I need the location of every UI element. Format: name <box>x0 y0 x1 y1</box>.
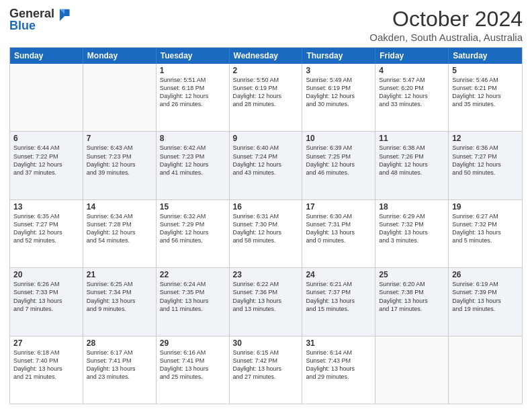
day-info: Sunrise: 6:29 AM Sunset: 7:32 PM Dayligh… <box>379 212 445 245</box>
day-info: Sunrise: 6:18 AM Sunset: 7:40 PM Dayligh… <box>13 349 79 381</box>
day-number: 28 <box>87 338 152 348</box>
day-cell-27: 27Sunrise: 6:18 AM Sunset: 7:40 PM Dayli… <box>10 336 83 404</box>
day-cell-16: 16Sunrise: 6:31 AM Sunset: 7:30 PM Dayli… <box>230 200 303 267</box>
day-info: Sunrise: 5:46 AM Sunset: 6:21 PM Dayligh… <box>452 76 519 109</box>
month-title: October 2024 <box>369 7 523 32</box>
day-info: Sunrise: 6:21 AM Sunset: 7:37 PM Dayligh… <box>306 280 371 313</box>
day-info: Sunrise: 6:17 AM Sunset: 7:41 PM Dayligh… <box>87 349 152 381</box>
day-number: 14 <box>87 202 152 212</box>
day-number: 4 <box>379 66 445 75</box>
day-number: 30 <box>233 338 299 348</box>
empty-cell <box>375 336 449 404</box>
day-number: 24 <box>306 270 371 279</box>
day-header-thursday: Thursday <box>302 48 375 64</box>
day-cell-13: 13Sunrise: 6:35 AM Sunset: 7:27 PM Dayli… <box>10 200 83 267</box>
day-cell-21: 21Sunrise: 6:25 AM Sunset: 7:34 PM Dayli… <box>83 268 157 335</box>
day-number: 19 <box>452 202 519 212</box>
day-number: 10 <box>306 134 371 143</box>
day-number: 20 <box>13 270 79 279</box>
day-number: 26 <box>452 270 519 279</box>
day-number: 2 <box>233 66 299 75</box>
day-number: 8 <box>160 134 226 143</box>
day-info: Sunrise: 6:25 AM Sunset: 7:34 PM Dayligh… <box>87 280 152 313</box>
day-header-friday: Friday <box>375 48 449 64</box>
week-row-2: 6Sunrise: 6:44 AM Sunset: 7:22 PM Daylig… <box>10 131 522 199</box>
day-info: Sunrise: 6:20 AM Sunset: 7:38 PM Dayligh… <box>379 280 445 313</box>
day-info: Sunrise: 6:19 AM Sunset: 7:39 PM Dayligh… <box>452 280 519 313</box>
day-number: 27 <box>13 338 79 348</box>
week-row-1: 1Sunrise: 5:51 AM Sunset: 6:18 PM Daylig… <box>10 64 522 131</box>
day-info: Sunrise: 5:51 AM Sunset: 6:18 PM Dayligh… <box>160 76 226 109</box>
day-info: Sunrise: 6:16 AM Sunset: 7:41 PM Dayligh… <box>160 349 226 381</box>
day-cell-17: 17Sunrise: 6:30 AM Sunset: 7:31 PM Dayli… <box>302 200 375 267</box>
day-cell-29: 29Sunrise: 6:16 AM Sunset: 7:41 PM Dayli… <box>157 336 230 404</box>
day-cell-30: 30Sunrise: 6:15 AM Sunset: 7:42 PM Dayli… <box>230 336 303 404</box>
day-info: Sunrise: 6:30 AM Sunset: 7:31 PM Dayligh… <box>306 212 371 245</box>
title-area: October 2024 Oakden, South Australia, Au… <box>369 7 523 43</box>
day-info: Sunrise: 6:27 AM Sunset: 7:32 PM Dayligh… <box>452 212 519 245</box>
day-cell-11: 11Sunrise: 6:38 AM Sunset: 7:26 PM Dayli… <box>375 132 449 199</box>
day-info: Sunrise: 6:31 AM Sunset: 7:30 PM Dayligh… <box>233 212 299 245</box>
day-info: Sunrise: 6:24 AM Sunset: 7:35 PM Dayligh… <box>160 280 226 313</box>
day-cell-31: 31Sunrise: 6:14 AM Sunset: 7:43 PM Dayli… <box>302 336 375 404</box>
day-header-saturday: Saturday <box>449 48 522 64</box>
day-number: 5 <box>452 66 519 75</box>
day-number: 7 <box>87 134 152 143</box>
day-header-sunday: Sunday <box>10 48 83 64</box>
day-number: 11 <box>379 134 445 143</box>
day-number: 16 <box>233 202 299 212</box>
calendar-body: 1Sunrise: 5:51 AM Sunset: 6:18 PM Daylig… <box>10 64 522 404</box>
calendar-header: SundayMondayTuesdayWednesdayThursdayFrid… <box>10 48 522 64</box>
day-info: Sunrise: 6:32 AM Sunset: 7:29 PM Dayligh… <box>160 212 226 245</box>
day-cell-23: 23Sunrise: 6:22 AM Sunset: 7:36 PM Dayli… <box>230 268 303 335</box>
day-header-tuesday: Tuesday <box>157 48 230 64</box>
empty-cell <box>10 64 83 131</box>
day-info: Sunrise: 6:43 AM Sunset: 7:23 PM Dayligh… <box>87 144 152 177</box>
day-info: Sunrise: 5:50 AM Sunset: 6:19 PM Dayligh… <box>233 76 299 109</box>
day-cell-25: 25Sunrise: 6:20 AM Sunset: 7:38 PM Dayli… <box>375 268 449 335</box>
day-cell-19: 19Sunrise: 6:27 AM Sunset: 7:32 PM Dayli… <box>449 200 522 267</box>
day-info: Sunrise: 6:34 AM Sunset: 7:28 PM Dayligh… <box>87 212 152 245</box>
day-cell-12: 12Sunrise: 6:36 AM Sunset: 7:27 PM Dayli… <box>449 132 522 199</box>
day-number: 29 <box>160 338 226 348</box>
week-row-4: 20Sunrise: 6:26 AM Sunset: 7:33 PM Dayli… <box>10 267 522 335</box>
day-info: Sunrise: 6:35 AM Sunset: 7:27 PM Dayligh… <box>13 212 79 245</box>
day-number: 23 <box>233 270 299 279</box>
day-cell-10: 10Sunrise: 6:39 AM Sunset: 7:25 PM Dayli… <box>302 132 375 199</box>
day-cell-22: 22Sunrise: 6:24 AM Sunset: 7:35 PM Dayli… <box>157 268 230 335</box>
day-cell-8: 8Sunrise: 6:42 AM Sunset: 7:23 PM Daylig… <box>157 132 230 199</box>
day-cell-26: 26Sunrise: 6:19 AM Sunset: 7:39 PM Dayli… <box>449 268 522 335</box>
day-info: Sunrise: 6:39 AM Sunset: 7:25 PM Dayligh… <box>306 144 371 177</box>
day-header-monday: Monday <box>83 48 157 64</box>
day-cell-5: 5Sunrise: 5:46 AM Sunset: 6:21 PM Daylig… <box>449 64 522 131</box>
day-cell-24: 24Sunrise: 6:21 AM Sunset: 7:37 PM Dayli… <box>302 268 375 335</box>
day-number: 6 <box>13 134 79 143</box>
calendar: SundayMondayTuesdayWednesdayThursdayFrid… <box>9 47 523 404</box>
day-info: Sunrise: 6:42 AM Sunset: 7:23 PM Dayligh… <box>160 144 226 177</box>
day-info: Sunrise: 6:40 AM Sunset: 7:24 PM Dayligh… <box>233 144 299 177</box>
day-cell-28: 28Sunrise: 6:17 AM Sunset: 7:41 PM Dayli… <box>83 336 157 404</box>
day-cell-18: 18Sunrise: 6:29 AM Sunset: 7:32 PM Dayli… <box>375 200 449 267</box>
day-cell-2: 2Sunrise: 5:50 AM Sunset: 6:19 PM Daylig… <box>230 64 303 131</box>
day-cell-9: 9Sunrise: 6:40 AM Sunset: 7:24 PM Daylig… <box>230 132 303 199</box>
empty-cell <box>449 336 522 404</box>
day-info: Sunrise: 6:14 AM Sunset: 7:43 PM Dayligh… <box>306 349 371 381</box>
logo-icon <box>56 7 71 21</box>
day-number: 21 <box>87 270 152 279</box>
logo: General Blue <box>9 7 71 33</box>
week-row-3: 13Sunrise: 6:35 AM Sunset: 7:27 PM Dayli… <box>10 199 522 267</box>
empty-cell <box>83 64 157 131</box>
location: Oakden, South Australia, Australia <box>369 32 523 43</box>
day-number: 17 <box>306 202 371 212</box>
day-info: Sunrise: 6:15 AM Sunset: 7:42 PM Dayligh… <box>233 349 299 381</box>
week-row-5: 27Sunrise: 6:18 AM Sunset: 7:40 PM Dayli… <box>10 336 522 404</box>
day-number: 12 <box>452 134 519 143</box>
day-info: Sunrise: 6:36 AM Sunset: 7:27 PM Dayligh… <box>452 144 519 177</box>
day-number: 22 <box>160 270 226 279</box>
day-number: 25 <box>379 270 445 279</box>
day-number: 13 <box>13 202 79 212</box>
day-cell-6: 6Sunrise: 6:44 AM Sunset: 7:22 PM Daylig… <box>10 132 83 199</box>
day-header-wednesday: Wednesday <box>230 48 303 64</box>
day-cell-20: 20Sunrise: 6:26 AM Sunset: 7:33 PM Dayli… <box>10 268 83 335</box>
day-info: Sunrise: 5:47 AM Sunset: 6:20 PM Dayligh… <box>379 76 445 109</box>
